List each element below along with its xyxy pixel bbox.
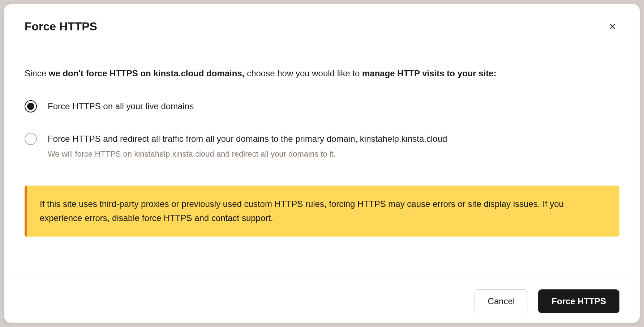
radio-content: Force HTTPS on all your live domains <box>48 100 619 112</box>
cancel-button[interactable]: Cancel <box>475 289 528 313</box>
radio-sublabel: We will force HTTPS on kinstahelp.kinsta… <box>48 149 619 160</box>
radio-circle-selected <box>25 100 37 112</box>
modal-footer: Cancel Force HTTPS <box>4 280 640 323</box>
radio-group: Force HTTPS on all your live domains For… <box>25 100 619 160</box>
modal-title: Force HTTPS <box>25 20 97 33</box>
radio-label: Force HTTPS on all your live domains <box>48 101 194 111</box>
warning-box: If this site uses third-party proxies or… <box>25 186 619 237</box>
warning-text: If this site uses third-party proxies or… <box>40 197 606 225</box>
modal-body: Since we don't force HTTPS on kinsta.clo… <box>4 48 640 280</box>
radio-content: Force HTTPS and redirect all traffic fro… <box>48 133 619 160</box>
close-icon <box>609 22 617 30</box>
radio-circle-unselected <box>25 133 37 145</box>
radio-inner-icon <box>27 103 34 110</box>
radio-label: Force HTTPS and redirect all traffic fro… <box>48 133 619 145</box>
radio-option-all-domains[interactable]: Force HTTPS on all your live domains <box>25 100 619 112</box>
modal-description: Since we don't force HTTPS on kinsta.clo… <box>25 67 619 80</box>
radio-option-redirect-primary[interactable]: Force HTTPS and redirect all traffic fro… <box>25 133 619 160</box>
close-button[interactable] <box>606 20 619 33</box>
modal-header: Force HTTPS <box>4 4 640 48</box>
force-https-modal: Force HTTPS Since we don't force HTTPS o… <box>4 4 640 323</box>
force-https-button[interactable]: Force HTTPS <box>538 289 619 313</box>
